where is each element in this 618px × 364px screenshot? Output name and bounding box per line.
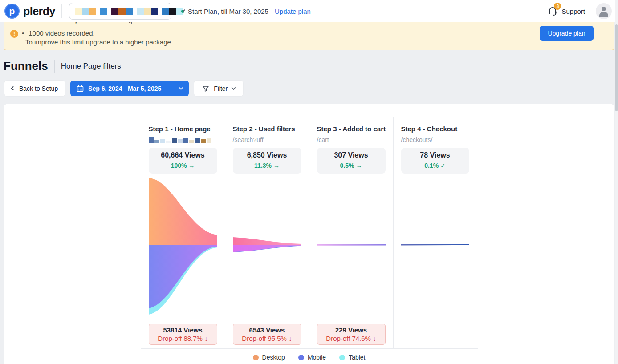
funnel-table: Step 1 - Home page 60,664 Views 100% → xyxy=(141,117,478,349)
step-rate: 11.3% → xyxy=(233,162,301,169)
drop-rate: Drop-off 88.7% ↓ xyxy=(149,335,217,342)
step-thumbnail-strip xyxy=(149,136,217,143)
scrollbar-thumb[interactable] xyxy=(615,24,618,111)
step-title: Step 4 - Checkout xyxy=(401,125,469,133)
drop-views: 6543 Views xyxy=(233,326,301,334)
legend-item-tablet: Tablet xyxy=(339,354,365,361)
upgrade-plan-button[interactable]: Upgrade plan xyxy=(540,26,594,41)
filter-funnel-icon xyxy=(202,85,209,92)
arrow-right-icon: → xyxy=(273,162,280,169)
title-divider xyxy=(54,60,55,73)
funnel-chart-step-4 xyxy=(401,178,469,316)
site-favicon-strip xyxy=(75,8,183,15)
drop-rate: Drop-off 95.5% ↓ xyxy=(233,335,301,342)
drop-off-box: 53814 Views Drop-off 88.7% ↓ xyxy=(149,324,217,345)
legend-item-mobile: Mobile xyxy=(298,354,326,361)
filter-button[interactable]: Filter xyxy=(194,81,243,96)
drop-off-box: 6543 Views Drop-off 95.5% ↓ xyxy=(233,324,301,345)
drop-off-box: 229 Views Drop-off 74.6% ↓ xyxy=(317,324,386,345)
step-views-box: 60,664 Views 100% → xyxy=(149,148,217,174)
step-views-box: 78 Views 0.1% ✓ xyxy=(401,148,469,174)
arrow-right-icon: → xyxy=(356,162,362,169)
mobile-dot-icon xyxy=(298,355,304,360)
drop-views: 229 Views xyxy=(317,326,385,334)
funnel-step-1: Step 1 - Home page 60,664 Views 100% → xyxy=(141,117,225,348)
funnel-report-card: Step 1 - Home page 60,664 Views 100% → xyxy=(4,104,614,364)
check-icon: ✓ xyxy=(440,162,446,169)
plerdy-logo-icon: p xyxy=(4,4,20,19)
funnel-chart-step-2 xyxy=(233,178,301,316)
step-url: /checkouts/ xyxy=(401,136,469,143)
back-to-setup-button[interactable]: Back to Setup xyxy=(4,81,65,96)
arrow-down-icon: ↓ xyxy=(204,335,208,342)
step-views: 60,664 Views xyxy=(149,151,217,159)
funnel-step-3: Step 3 - Added to cart /cart 307 Views 0… xyxy=(309,117,393,348)
support-button[interactable]: 3 Support xyxy=(547,6,585,16)
drop-rate: Drop-off 74.6% ↓ xyxy=(317,335,385,342)
step-url: /cart xyxy=(317,136,386,143)
funnel-thin-band xyxy=(317,244,386,246)
header-divider xyxy=(61,4,62,18)
step-views: 6,850 Views xyxy=(233,151,301,159)
desktop-dot-icon xyxy=(253,355,259,360)
banner-line1: •1000 videos recorded. xyxy=(22,29,95,37)
step-views-box: 6,850 Views 11.3% → xyxy=(233,148,301,174)
funnel-step-2: Step 2 - Used filters /search?uff_ 6,850… xyxy=(225,117,309,348)
date-range-picker[interactable]: Sep 6, 2024 - Mar 5, 2025 xyxy=(70,81,189,96)
support-label: Support xyxy=(561,8,585,15)
banner-line2: To improve this limit upgrade to a highe… xyxy=(25,38,173,46)
funnel-chart-step-3 xyxy=(317,178,386,316)
warning-icon: ! xyxy=(10,30,18,38)
chevron-left-icon xyxy=(11,86,16,91)
legend-item-desktop: Desktop xyxy=(253,354,285,361)
mobile-band xyxy=(233,245,301,252)
drop-views: 53814 Views xyxy=(149,326,217,334)
step-title: Step 2 - Used filters xyxy=(233,125,301,133)
step-rate: 0.5% → xyxy=(317,162,386,169)
chevron-down-icon xyxy=(179,85,183,90)
step-views-box: 307 Views 0.5% → xyxy=(317,148,386,174)
update-plan-link[interactable]: Update plan xyxy=(275,8,311,15)
step-views: 78 Views xyxy=(401,151,469,159)
page-title: Funnels xyxy=(4,59,48,73)
step-url: /search?uff_ xyxy=(233,136,301,143)
step-title: Step 3 - Added to cart xyxy=(317,125,386,133)
desktop-band xyxy=(149,178,217,245)
plan-status-text: Start Plan, till Mar 30, 2025 xyxy=(188,8,268,15)
bullet: • xyxy=(22,29,24,37)
arrow-down-icon: ↓ xyxy=(373,335,376,342)
top-header: p plerdy Start Plan, till Mar 30, 2025 U… xyxy=(0,0,618,22)
step-rate: 0.1% ✓ xyxy=(401,162,469,169)
user-avatar[interactable] xyxy=(596,3,612,19)
desktop-band xyxy=(233,237,301,245)
funnel-thin-band xyxy=(401,244,469,246)
brand[interactable]: p plerdy xyxy=(4,4,55,19)
brand-name: plerdy xyxy=(23,5,55,18)
step-views: 307 Views xyxy=(317,151,386,159)
calendar-icon xyxy=(77,85,84,92)
page-scrollbar[interactable] xyxy=(615,0,618,364)
arrow-down-icon: ↓ xyxy=(289,335,292,342)
funnel-name: Home Page filters xyxy=(61,62,121,71)
site-selector-dropdown[interactable] xyxy=(69,3,171,20)
funnel-chart-step-1 xyxy=(149,178,217,316)
funnel-step-4: Step 4 - Checkout /checkouts/ 78 Views 0… xyxy=(393,117,477,348)
device-legend: Desktop Mobile Tablet xyxy=(4,354,614,361)
avatar-person-icon xyxy=(602,7,606,11)
step-title: Step 1 - Home page xyxy=(149,125,217,133)
tablet-dot-icon xyxy=(339,355,345,360)
support-badge: 3 xyxy=(554,3,561,10)
step-rate: 100% → xyxy=(149,162,217,169)
chevron-down-icon xyxy=(232,85,236,90)
arrow-right-icon: → xyxy=(188,162,195,169)
